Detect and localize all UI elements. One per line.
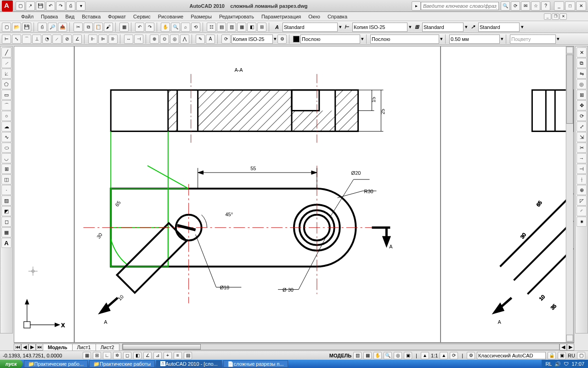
dimradius-icon[interactable]: ◔ — [42, 34, 51, 44]
pan-status-icon[interactable]: ✋ — [373, 352, 382, 359]
centermark-icon[interactable]: ⊙ — [160, 34, 169, 44]
stretch-icon[interactable]: ⇲ — [577, 132, 587, 142]
quickview-drawings-icon[interactable]: ▦ — [363, 352, 372, 359]
qp-toggle[interactable]: ▤ — [184, 352, 192, 359]
linetype-combo[interactable] — [370, 34, 439, 44]
dimangular-icon[interactable]: ∠ — [73, 34, 82, 44]
qat-print-icon[interactable]: ⎙ — [66, 1, 75, 11]
mleaderstyle-dd-icon[interactable]: ▾ — [521, 24, 524, 30]
pan-icon[interactable]: ✋ — [161, 23, 170, 32]
insertblock-icon[interactable]: ⊞ — [1, 164, 11, 174]
ortho-toggle[interactable]: ∟ — [103, 352, 111, 359]
offset-icon[interactable]: ◎ — [577, 79, 587, 89]
tab-next-icon[interactable]: ▶ — [28, 344, 36, 351]
copy-icon[interactable]: ⧉ — [84, 23, 93, 32]
mleaderstyle-combo[interactable] — [478, 23, 520, 32]
menu-dimension[interactable]: Размеры — [191, 14, 212, 19]
showmotion-icon[interactable]: ▣ — [404, 352, 412, 359]
move-icon[interactable]: ✥ — [577, 100, 587, 110]
copy2-icon[interactable]: ⧉ — [577, 58, 587, 68]
preview-icon[interactable]: 🔎 — [48, 23, 57, 32]
lineweight-combo[interactable] — [449, 34, 500, 44]
minimize-button[interactable]: _ — [554, 1, 564, 11]
dimaligned-icon[interactable]: ⤡ — [12, 34, 21, 44]
dimcontinue-icon[interactable]: ⊪ — [108, 34, 118, 44]
hscroll-right-icon[interactable]: ▶ — [567, 344, 574, 351]
rotate-icon[interactable]: ⟳ — [577, 111, 587, 121]
otrack-toggle[interactable]: ∠ — [143, 352, 152, 359]
doc-restore-button[interactable]: ❐ — [552, 13, 559, 20]
cleanscreen-icon[interactable]: ▢ — [577, 352, 585, 359]
model-space-label[interactable]: МОДЕЛЬ — [329, 353, 351, 358]
toolpalettes-icon[interactable]: ▥ — [227, 23, 236, 32]
qat-more-icon[interactable]: ▾ — [76, 1, 85, 11]
mtext-icon[interactable]: A — [1, 238, 11, 248]
makeblock-icon[interactable]: ◫ — [1, 174, 11, 184]
doc-minimize-button[interactable]: _ — [544, 13, 551, 20]
ellipse-icon[interactable]: ⬭ — [1, 143, 11, 153]
search-arrow-icon[interactable]: ▸ — [412, 1, 421, 11]
quickview-layouts-icon[interactable]: ▥ — [353, 352, 362, 359]
vscroll-thumb[interactable] — [566, 55, 573, 124]
hscroll-thumb[interactable] — [123, 344, 201, 350]
workspace-combo[interactable] — [477, 352, 546, 359]
system-tray[interactable]: RL 🔊 🛡 17:07 — [542, 360, 588, 368]
lang-indicator[interactable]: RU — [568, 353, 575, 358]
qat-new-icon[interactable]: ▢ — [16, 1, 25, 11]
block-icon[interactable]: ▦ — [119, 23, 129, 32]
chamfer-icon[interactable]: ◸ — [577, 196, 587, 206]
tab-first-icon[interactable]: ⏮ — [14, 344, 21, 351]
dimtedit-icon[interactable]: A — [206, 34, 215, 44]
hscroll-left-icon[interactable]: ◀ — [560, 344, 567, 351]
layer-combo[interactable] — [300, 34, 360, 44]
taskbar-item-0[interactable]: 📁 Практические рабо... — [24, 360, 88, 368]
arc-icon[interactable]: ⌒ — [1, 100, 11, 110]
sheetset-icon[interactable]: ▦ — [237, 23, 246, 32]
undo-icon[interactable]: ↶ — [135, 23, 144, 32]
favorites-icon[interactable]: ☆ — [531, 1, 540, 11]
dimarc-icon[interactable]: ⌒ — [22, 34, 31, 44]
polar-toggle[interactable]: ✲ — [113, 352, 121, 359]
fillet-icon[interactable]: ◜ — [577, 206, 587, 216]
dimstylemgr-icon[interactable]: ⚙ — [277, 34, 287, 44]
app-menu-button[interactable] — [2, 0, 13, 12]
paste-icon[interactable]: 📋 — [94, 23, 103, 32]
properties-icon[interactable]: ☷ — [207, 23, 216, 32]
tray-volume-icon[interactable]: 🔊 — [554, 361, 561, 367]
zoom-window-icon[interactable]: ⌕ — [181, 23, 190, 32]
break-icon[interactable]: ⟊ — [577, 174, 587, 184]
matchprops-icon[interactable]: 🖌 — [104, 23, 113, 32]
table-icon[interactable]: ▦ — [1, 227, 11, 237]
lwt-toggle[interactable]: ≡ — [174, 352, 182, 359]
hw-accel-icon[interactable]: ▣ — [558, 352, 566, 359]
coordinates-readout[interactable]: -0.1393, 143.7251, 0.0000 — [3, 353, 81, 358]
menu-insert[interactable]: Вставка — [82, 14, 101, 19]
tray-clock[interactable]: 17:07 — [571, 361, 584, 367]
search-icon[interactable]: 🔍 — [501, 1, 510, 11]
doc-close-button[interactable]: ✕ — [560, 13, 567, 20]
menu-edit[interactable]: Правка — [41, 14, 58, 19]
taskbar-item-1[interactable]: 📁 Практические работы — [89, 360, 155, 368]
open-icon[interactable]: 📂 — [12, 23, 21, 32]
maximize-button[interactable]: □ — [565, 1, 575, 11]
rectangle-icon[interactable]: ▭ — [1, 90, 11, 100]
tab-layout2[interactable]: Лист2 — [96, 344, 119, 351]
annovis-icon[interactable]: ▲ — [440, 352, 448, 359]
tray-shield-icon[interactable]: 🛡 — [564, 361, 569, 367]
designcenter-icon[interactable]: ▤ — [217, 23, 226, 32]
hscroll-track[interactable] — [122, 344, 560, 350]
search-input[interactable] — [421, 2, 499, 10]
tablestyle-dd-icon[interactable]: ▾ — [465, 24, 468, 30]
dyn-toggle[interactable]: + — [164, 352, 172, 359]
menu-service[interactable]: Сервис — [133, 14, 151, 19]
revcloud-icon[interactable]: ☁ — [1, 121, 11, 132]
help-icon[interactable]: ? — [541, 1, 550, 11]
menu-draw[interactable]: Рисование — [158, 14, 183, 19]
qat-undo-icon[interactable]: ↶ — [46, 1, 55, 11]
new-icon[interactable]: ▢ — [2, 23, 11, 32]
qat-redo-icon[interactable]: ↷ — [56, 1, 65, 11]
line-icon[interactable]: ╱ — [1, 47, 11, 58]
tab-prev-icon[interactable]: ◀ — [21, 344, 28, 351]
drawing-area[interactable]: А-А 15 25 — [14, 46, 574, 343]
dimstyle-combo[interactable] — [352, 23, 407, 32]
